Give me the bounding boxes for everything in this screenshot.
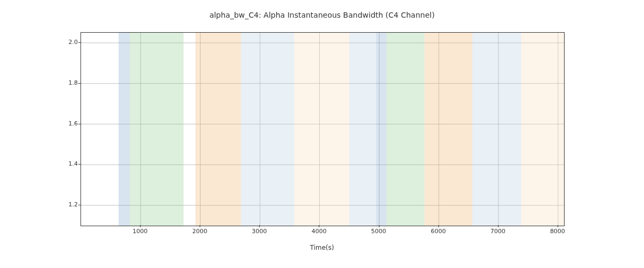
x-tick: 3000 — [243, 228, 275, 235]
y-axis-label: Hz — [46, 0, 53, 32]
y-tick: 1.8 — [56, 79, 78, 86]
band-lblue — [472, 33, 521, 226]
plot-area — [80, 32, 565, 226]
y-tick: 1.6 — [56, 120, 78, 127]
band-orange — [425, 33, 472, 226]
band-green — [386, 33, 425, 226]
band-lorange — [294, 33, 349, 226]
figure: alpha_bw_C4: Alpha Instantaneous Bandwid… — [0, 0, 644, 268]
x-tick: 7000 — [482, 228, 514, 235]
band-lblue — [241, 33, 294, 226]
x-tick: 4000 — [303, 228, 335, 235]
y-tick: 1.4 — [56, 160, 78, 167]
chart-title: alpha_bw_C4: Alpha Instantaneous Bandwid… — [0, 11, 644, 19]
x-tick: 1000 — [124, 228, 156, 235]
y-tick: 1.2 — [56, 201, 78, 208]
band-lblue — [349, 33, 376, 226]
x-axis-label: Time(s) — [80, 244, 564, 251]
band-blue — [376, 33, 386, 226]
band-lorange — [521, 33, 564, 226]
x-tick: 8000 — [541, 228, 574, 235]
x-tick: 6000 — [422, 228, 455, 235]
y-tick: 2.0 — [56, 39, 78, 46]
band-green — [130, 33, 184, 226]
x-tick: 5000 — [363, 228, 395, 235]
x-tick: 2000 — [184, 228, 216, 235]
band-orange — [195, 33, 240, 226]
band-blue — [119, 33, 130, 226]
